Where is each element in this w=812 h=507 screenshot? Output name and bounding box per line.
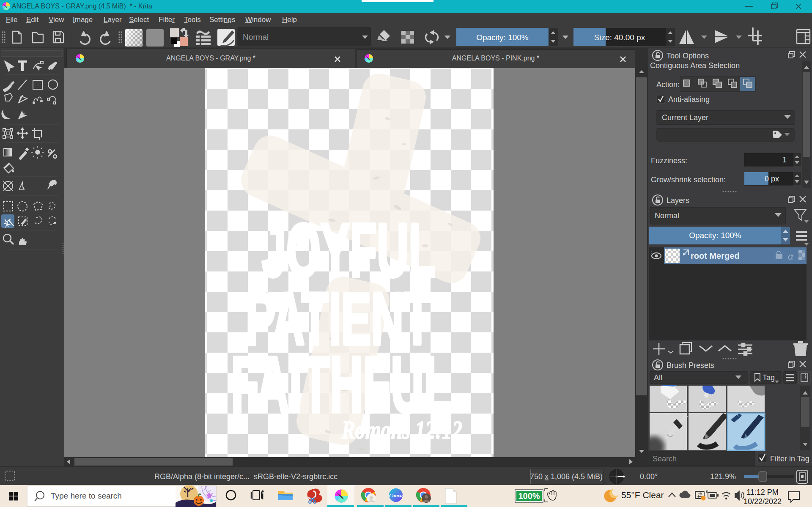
svg-text:Current Layer: Current Layer: [662, 113, 708, 122]
svg-text:RGB/Alpha (8-bit integer/c...: RGB/Alpha (8-bit integer/c... sRGB-elle-…: [154, 472, 337, 481]
svg-text:1: 1: [782, 156, 787, 164]
svg-text:Opacity: 100%: Opacity: 100%: [689, 231, 741, 240]
svg-text:Grow/shrink selection:: Grow/shrink selection:: [651, 175, 726, 184]
svg-text:All: All: [654, 373, 662, 382]
svg-text:Action:: Action:: [656, 80, 680, 89]
svg-text:Brush Presets: Brush Presets: [667, 361, 714, 370]
svg-text:Size: 40.00 px: Size: 40.00 px: [594, 33, 645, 42]
svg-text:α: α: [788, 251, 794, 262]
svg-text:Tag: Tag: [763, 373, 775, 382]
svg-text:55°F Clear: 55°F Clear: [621, 490, 664, 500]
svg-text:Opacity: 100%: Opacity: 100%: [476, 33, 529, 42]
svg-text:100%: 100%: [518, 491, 540, 501]
svg-text:Filter in Tag: Filter in Tag: [770, 455, 809, 463]
svg-text:Fuzziness:: Fuzziness:: [651, 156, 687, 165]
svg-text:Normal: Normal: [655, 211, 679, 220]
svg-text:root Merged: root Merged: [691, 251, 740, 260]
svg-text:Anti-aliasing: Anti-aliasing: [668, 95, 710, 104]
svg-text:Layers: Layers: [667, 196, 689, 205]
svg-text:Romans 12:12: Romans 12:12: [341, 415, 462, 444]
svg-text:Normal: Normal: [243, 33, 269, 41]
svg-text:0 px: 0 px: [765, 175, 779, 183]
svg-text:11:12 PM: 11:12 PM: [746, 488, 779, 496]
svg-text:0.00°: 0.00°: [640, 472, 658, 481]
svg-text:Contiguous Area Selection: Contiguous Area Selection: [650, 61, 740, 70]
svg-text:10/22/2022: 10/22/2022: [743, 497, 782, 506]
svg-text:750 x 1,006 (4.5 MiB): 750 x 1,006 (4.5 MiB): [530, 472, 603, 481]
svg-text:Search: Search: [653, 455, 677, 463]
svg-text:121.9%: 121.9%: [710, 472, 736, 481]
svg-text:Canva: Canva: [389, 493, 403, 499]
svg-text:Type here to search: Type here to search: [51, 491, 122, 500]
svg-text:Tool Options: Tool Options: [667, 52, 709, 60]
